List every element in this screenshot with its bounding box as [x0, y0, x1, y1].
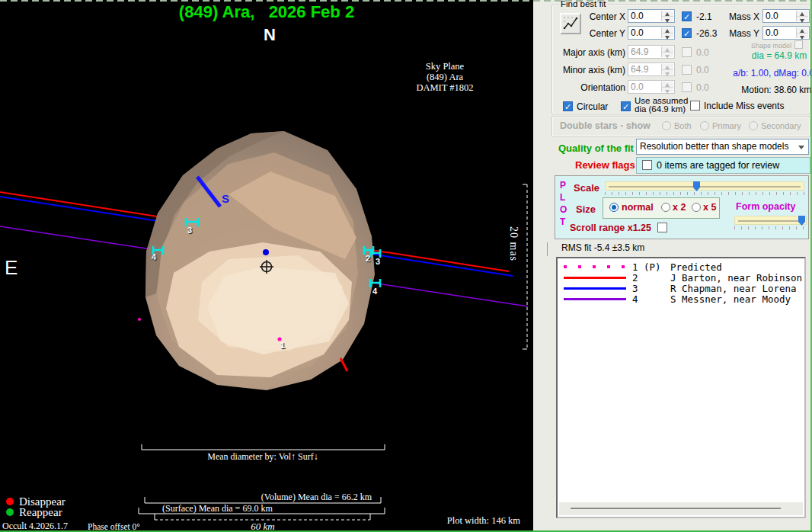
use-assumed-checkbox[interactable]: [621, 101, 631, 111]
size-x2-radio[interactable]: [661, 203, 670, 212]
sky-plane-caption: Sky Plane (849) Ara DAMIT #1802: [369, 61, 521, 93]
center-y-spinner[interactable]: [661, 27, 673, 38]
km-scale-label: 60 km: [202, 521, 324, 532]
observer-num: 4: [632, 293, 638, 305]
center-y-checkbox[interactable]: [682, 28, 692, 38]
center-x-checkbox[interactable]: [682, 11, 692, 21]
ab-dmag-readout: a/b: 1.00, dMag: 0.00: [726, 68, 812, 79]
double-stars-primary-radio[interactable]: [700, 121, 709, 130]
center-y-field[interactable]: 0.0: [628, 26, 675, 40]
orientation-checkbox[interactable]: [682, 82, 692, 92]
mas-scale-label: 20 mas: [507, 226, 519, 315]
review-flags-label: Review flags: [575, 159, 635, 171]
hscrollbar-thumb[interactable]: [571, 508, 781, 509]
quality-label: Quality of the fit: [558, 143, 634, 154]
chord-4-swatch: [564, 298, 626, 300]
observer-num: 1 (P): [632, 261, 661, 273]
observer-row-3[interactable]: 3 R Chapman, near Lorena: [558, 283, 804, 293]
mass-x-value: 0.0: [766, 11, 778, 21]
major-axis-label: Major axis (km): [558, 47, 625, 58]
control-panel: Find best fit Center X 0.0 -2.1 Mass X 0…: [533, 0, 812, 532]
chevron-down-icon: [798, 146, 804, 149]
size-normal-radio[interactable]: [609, 203, 619, 212]
minor-axis-spinner: [661, 64, 673, 75]
chord-2-swatch: [564, 277, 626, 279]
minor-axis-checkbox[interactable]: [682, 65, 692, 75]
mass-y-field[interactable]: 0.0: [762, 26, 810, 40]
pole-point: [263, 249, 269, 255]
rms-fit-label: RMS fit -5.4 ±3.5 km: [561, 242, 644, 253]
predicted-dotted-swatch: [564, 265, 626, 268]
observer-listbox[interactable]: 1 (P) Predicted 2 J Barton, near Robinso…: [556, 257, 806, 518]
quality-dropdown[interactable]: Resolution better than shape models: [636, 139, 809, 155]
pole-s-label: S: [222, 192, 229, 205]
observer-row-predicted[interactable]: 1 (P) Predicted: [558, 261, 804, 272]
review-flags-text: 0 items are tagged for review: [657, 160, 779, 171]
reappear-label: Reappear: [19, 506, 62, 519]
orientation-label: Orientation: [558, 82, 625, 93]
observer-row-2[interactable]: 2 J Barton, near Robinson: [558, 272, 804, 283]
minor-axis-field: 64.9: [628, 62, 675, 76]
listbox-hscrollbar[interactable]: [559, 502, 803, 515]
major-axis-checkbox[interactable]: [682, 47, 692, 57]
plot-letter-l: L: [560, 191, 567, 204]
major-axis-field: 64.9: [628, 45, 675, 59]
form-opacity-slider[interactable]: [734, 216, 807, 225]
center-x-field[interactable]: 0.0: [628, 9, 675, 23]
scale-slider-ticks: [605, 192, 804, 195]
use-assumed-label-2: dia (64.9 km): [635, 104, 686, 114]
mass-y-spinner[interactable]: [796, 27, 808, 38]
review-flags-checkbox[interactable]: [642, 160, 652, 170]
center-x-value: 0.0: [631, 11, 644, 21]
observer-num: 2: [632, 272, 638, 284]
observer-row-4[interactable]: 4 S Messner, near Moody: [558, 293, 804, 304]
size-normal-label: normal: [622, 202, 654, 213]
mass-x-field[interactable]: 0.0: [762, 9, 810, 23]
plot-title: (849) Ara, 2026 Feb 2: [0, 2, 533, 22]
major-axis-aux: 0.0: [696, 47, 709, 58]
form-opacity-slider-thumb[interactable]: [798, 216, 805, 226]
include-miss-checkbox[interactable]: [690, 101, 700, 111]
fit-chart-icon: [562, 14, 579, 31]
include-miss-label: Include Miss events: [704, 101, 784, 111]
form-opacity-ticks: [734, 226, 807, 229]
orientation-value: 0.0: [631, 82, 644, 92]
scale-label: Scale: [574, 182, 599, 194]
east-label: E: [5, 256, 18, 280]
orientation-spinner: [661, 82, 673, 92]
find-best-fit-group: Find best fit Center X 0.0 -2.1 Mass X 0…: [551, 5, 810, 114]
shape-model-checkbox[interactable]: [794, 40, 803, 49]
mass-x-label: Mass X: [727, 11, 759, 22]
mass-x-spinner[interactable]: [796, 11, 808, 21]
find-best-fit-button[interactable]: [560, 13, 581, 34]
scroll-range-checkbox[interactable]: [657, 223, 667, 232]
size-radio-group: normal x 2 x 5: [603, 197, 720, 219]
double-stars-secondary-radio[interactable]: [749, 121, 758, 130]
plot-panel-letters: P L O T: [560, 179, 567, 228]
quality-value: Resolution better than shape models: [640, 141, 788, 152]
sky-plane-line2: (849) Ara: [369, 72, 521, 82]
major-axis-spinner: [661, 46, 673, 57]
app-version: Occult 4.2026.1.7: [2, 521, 68, 532]
double-stars-secondary-label: Secondary: [761, 121, 801, 130]
center-y-value: 0.0: [631, 27, 644, 38]
divider: [547, 242, 548, 256]
asteroid-shape-model[interactable]: [145, 131, 375, 390]
size-x5-radio[interactable]: [692, 203, 701, 212]
mass-y-label: Mass Y: [727, 28, 759, 39]
observer-name: J Barton, near Robinson: [670, 272, 802, 284]
scale-slider-thumb[interactable]: [693, 181, 700, 191]
center-x-offset: -2.1: [696, 11, 712, 22]
dia-readout: dia = 64.9 km: [735, 50, 812, 61]
double-stars-both-radio[interactable]: [662, 121, 671, 130]
scale-slider[interactable]: [605, 181, 804, 191]
event-tick-red: [340, 358, 347, 371]
plot-letter-p: P: [560, 179, 567, 191]
center-x-label: Center X: [581, 11, 625, 22]
plot-letter-t: T: [560, 216, 567, 228]
center-x-spinner[interactable]: [661, 11, 673, 21]
circular-checkbox[interactable]: [563, 101, 573, 111]
window-top-border: [0, 0, 812, 2]
observer-name: R Chapman, near Lorena: [670, 283, 797, 294]
chord-label-2-right: 2: [366, 254, 370, 263]
